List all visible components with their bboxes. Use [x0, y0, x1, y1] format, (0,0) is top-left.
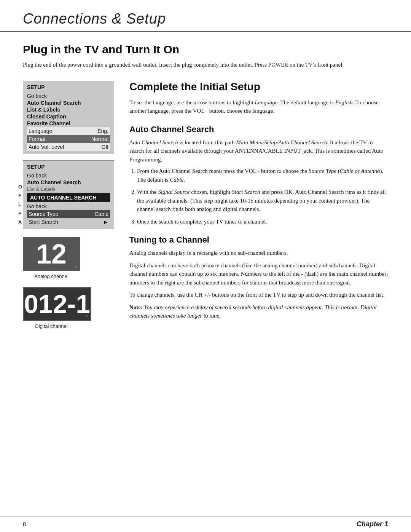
page-title: Connections & Setup	[23, 11, 388, 27]
setup-menu-2-row-1-value: ►	[103, 219, 108, 225]
setup-menu-2-row-1: Start Search ►	[27, 218, 110, 226]
setup-menu-1-item-3: Closed Caption	[27, 113, 110, 120]
auto-channel-search-title: Auto Channel Search	[129, 125, 388, 134]
setup-menu-1-title: SETUP	[27, 84, 110, 90]
setup-menu-1-row-1-value: Normal	[91, 136, 108, 142]
footer-chapter-label: Chapter 1	[357, 520, 388, 528]
setup-menu-2-item-0: Go back	[27, 172, 110, 179]
setup-menu-2-title: SETUP	[27, 164, 110, 170]
step-3: Once the search is complete, your TV tun…	[137, 217, 388, 226]
setup-menu-1-row-1-label: Format	[29, 136, 45, 142]
setup-menu-1-row-0-label: Language	[29, 128, 52, 134]
tuning-section-title: Tuning to a Channel	[129, 235, 388, 245]
setup-menu-1-item-4: Favorite Channel	[27, 120, 110, 127]
digital-channel-box: 012-1	[23, 287, 91, 321]
tuning-digital-desc: Digital channels can have both primary c…	[129, 261, 388, 287]
setup-menu-2-item-2: List & Labels	[27, 186, 110, 192]
right-column: Complete the Initial Setup To set the la…	[129, 81, 388, 329]
setup-menu-1-row-2-value: Off	[102, 144, 108, 150]
setup-menu-1-row-2: Auto Vol. Level Off	[27, 143, 110, 151]
page-container: Connections & Setup Plug in the TV and T…	[0, 0, 411, 532]
main-content: Plug in the TV and Turn It On Plug the e…	[0, 32, 411, 352]
setup-menu-2-row-0: Source Type Cable	[27, 210, 110, 218]
setup-menu-1-item-2: List & Labels	[27, 106, 110, 113]
auto-channel-search-steps: From the Auto Channel Search menu press …	[137, 167, 388, 226]
plug-section-title: Plug in the TV and Turn It On	[23, 43, 388, 56]
note-text-content: You may experience a delay of several se…	[129, 304, 377, 319]
setup-menu-2-sub-item-0: Go back	[27, 203, 110, 210]
setup-menu-box-2-wrapper: O F L F A SETUP Go back Auto Channel Sea…	[23, 160, 114, 229]
digital-channel-number: 012-1	[24, 289, 90, 319]
two-col-layout: SETUP Go back Auto Channel Search List &…	[23, 81, 388, 329]
analog-channel-box: 12	[23, 237, 80, 271]
setup-menu-2-item-1: Auto Channel Search	[27, 179, 110, 186]
tuning-note: Note: You may experience a delay of seve…	[129, 303, 388, 320]
setup-menu-1-row-0-value: Eng.	[97, 128, 108, 134]
side-letters: O F L F A	[18, 182, 22, 227]
initial-setup-intro: To set the language, use the arrow butto…	[129, 98, 388, 115]
step-1: From the Auto Channel Search menu press …	[137, 167, 388, 184]
auto-channel-search-intro: Auto Channel Search is located from this…	[129, 138, 388, 164]
tuning-analog-desc: Analog channels display in a rectangle w…	[129, 249, 388, 257]
analog-channel-number: 12	[36, 238, 67, 270]
digital-channel-label: Digital channel	[23, 323, 80, 329]
setup-menu-2-row-1-label: Start Search	[29, 219, 58, 225]
setup-menu-2-overlay: AUTO CHANNEL SEARCH	[27, 193, 110, 202]
setup-menu-1-item-1: Auto Channel Search	[27, 99, 110, 106]
tuning-change-desc: To change channels, use the CH +/- butto…	[129, 291, 388, 299]
plug-section-body: Plug the end of the power cord into a gr…	[23, 61, 388, 69]
note-bold-label: Note:	[129, 304, 143, 310]
step-2: With the Signal Source chosen, highlight…	[137, 188, 388, 214]
plug-section: Plug in the TV and Turn It On Plug the e…	[23, 43, 388, 69]
page-footer: 8 Chapter 1	[0, 516, 411, 532]
footer-page-number: 8	[23, 521, 26, 527]
page-header: Connections & Setup	[0, 0, 411, 32]
left-column: SETUP Go back Auto Channel Search List &…	[23, 81, 114, 329]
setup-menu-2-row-0-value: Cable	[94, 211, 108, 217]
setup-menu-1-row-2-label: Auto Vol. Level	[29, 144, 64, 150]
setup-menu-box-1: SETUP Go back Auto Channel Search List &…	[23, 81, 114, 154]
setup-menu-box-2: SETUP Go back Auto Channel Search List &…	[23, 160, 114, 229]
setup-menu-1-row-1: Format Normal	[27, 135, 110, 143]
analog-channel-label: Analog channel	[23, 273, 80, 279]
channel-display-section: 12 Analog channel 012-1 Digital channel	[23, 237, 114, 329]
setup-menu-1-row-0: Language Eng.	[27, 127, 110, 135]
setup-menu-2-row-0-label: Source Type	[29, 211, 58, 217]
setup-menu-1-item-0: Go back	[27, 93, 110, 99]
initial-setup-title: Complete the Initial Setup	[129, 81, 388, 93]
